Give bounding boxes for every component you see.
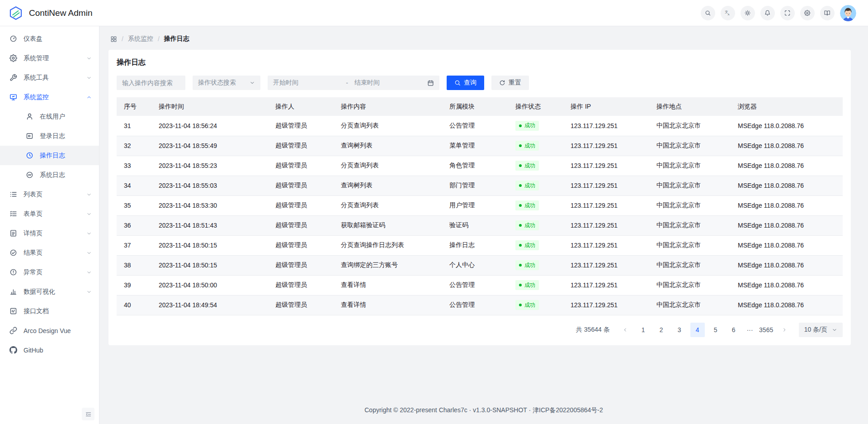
- page-button-2[interactable]: 2: [654, 323, 669, 337]
- app-window: ContiNew Admin 文A 仪表盘系统管理系统工具系统监控在线用户登录日…: [0, 0, 868, 424]
- page-button-6[interactable]: 6: [726, 323, 741, 337]
- next-page-button[interactable]: [777, 323, 792, 337]
- notifications-button[interactable]: [760, 6, 775, 20]
- chevron-down-icon: [86, 250, 92, 256]
- sidebar-item-system-monitor[interactable]: 系统监控: [0, 87, 99, 107]
- cell-operator: 超级管理员: [272, 176, 337, 195]
- monitor-icon: [9, 93, 17, 101]
- sidebar-item-system-management[interactable]: 系统管理: [0, 48, 99, 68]
- search-button[interactable]: [701, 6, 715, 20]
- docs-button[interactable]: [820, 6, 835, 20]
- page-button-1[interactable]: 1: [636, 323, 651, 337]
- sidebar: 仪表盘系统管理系统工具系统监控在线用户登录日志操作日志系统日志列表页表单页详情页…: [0, 26, 99, 424]
- cell-time: 2023-11-04 18:53:30: [155, 195, 272, 215]
- operation-status-select[interactable]: 操作状态搜索: [193, 76, 260, 90]
- page-button-5[interactable]: 5: [708, 323, 723, 337]
- cell-operator: 超级管理员: [272, 235, 337, 255]
- cell-no: 33: [117, 156, 155, 176]
- page-button-4[interactable]: 4: [690, 323, 705, 337]
- cell-status: 成功: [512, 275, 567, 295]
- sidebar-item-github[interactable]: GitHub: [0, 340, 99, 360]
- sidebar-item-form-pages[interactable]: 表单页: [0, 204, 99, 224]
- breadcrumb-item-system-monitor[interactable]: 系统监控: [128, 35, 153, 43]
- cell-time: 2023-11-04 18:55:49: [155, 136, 272, 156]
- previous-page-button[interactable]: [618, 323, 632, 337]
- cell-browser: MSEdge 118.0.2088.76: [734, 275, 843, 295]
- cell-status: 成功: [512, 255, 567, 275]
- book-icon: [824, 10, 830, 16]
- table-row: 312023-11-04 18:56:24超级管理员分页查询列表公告管理成功12…: [117, 116, 843, 136]
- sidebar-item-detail-pages[interactable]: 详情页: [0, 224, 99, 243]
- cell-browser: MSEdge 118.0.2088.76: [734, 255, 843, 275]
- sidebar-item-label: 接口文档: [24, 307, 92, 315]
- cell-operator: 超级管理员: [272, 116, 337, 136]
- sidebar-item-result-pages[interactable]: 结果页: [0, 243, 99, 262]
- sidebar-item-label: 异常页: [24, 268, 83, 276]
- cell-ip: 123.117.129.251: [567, 176, 653, 195]
- page-title: 操作日志: [117, 58, 843, 67]
- sidebar-item-arco-design-vue[interactable]: Arco Design Vue: [0, 321, 99, 340]
- cell-operator: 超级管理员: [272, 195, 337, 215]
- sidebar-item-api-docs[interactable]: 接口文档: [0, 301, 99, 321]
- sidebar-item-label: 系统监控: [24, 93, 83, 101]
- user-avatar[interactable]: [840, 5, 856, 21]
- status-dot-icon: [519, 264, 522, 267]
- page-size-select[interactable]: 10 条/页: [799, 323, 843, 337]
- sidebar-item-list-pages[interactable]: 列表页: [0, 185, 99, 204]
- sidebar-item-dashboard[interactable]: 仪表盘: [0, 29, 99, 48]
- sidebar-item-label: 系统日志: [40, 171, 92, 179]
- cell-location: 中国北京北京市: [653, 195, 734, 215]
- cell-content: 分页查询列表: [337, 156, 446, 176]
- cell-status: 成功: [512, 176, 567, 195]
- fullscreen-button[interactable]: [780, 6, 795, 20]
- cell-location: 中国北京北京市: [653, 156, 734, 176]
- brand: ContiNew Admin: [8, 5, 92, 21]
- cell-location: 中国北京北京市: [653, 295, 734, 315]
- theme-button[interactable]: [741, 6, 755, 20]
- cell-browser: MSEdge 118.0.2088.76: [734, 215, 843, 235]
- cell-time: 2023-11-04 18:50:15: [155, 235, 272, 255]
- sidebar-item-operation-log[interactable]: 操作日志: [0, 146, 99, 165]
- reset-button[interactable]: 重置: [491, 76, 529, 90]
- page-button-3[interactable]: 3: [672, 323, 687, 337]
- pagination: 共 35644 条 123456···3565 10 条/页: [117, 323, 843, 337]
- sun-icon: [745, 10, 750, 16]
- calendar-icon: [427, 80, 434, 86]
- status-badge: 成功: [515, 280, 539, 290]
- sidebar-item-data-visualization[interactable]: 数据可视化: [0, 282, 99, 301]
- translate-button[interactable]: 文A: [721, 6, 735, 20]
- search-button[interactable]: 查询: [447, 76, 484, 90]
- status-badge: 成功: [515, 200, 539, 210]
- header-actions: 文A: [701, 5, 856, 21]
- sidebar-item-system-log[interactable]: 系统日志: [0, 165, 99, 185]
- table-row: 322023-11-04 18:55:49超级管理员查询树列表菜单管理成功123…: [117, 136, 843, 156]
- cell-status: 成功: [512, 195, 567, 215]
- operation-content-search-input[interactable]: [117, 76, 185, 90]
- sidebar-item-exception-pages[interactable]: 异常页: [0, 262, 99, 282]
- sidebar-item-label: Arco Design Vue: [24, 327, 92, 334]
- cell-location: 中国北京北京市: [653, 136, 734, 156]
- cell-no: 35: [117, 195, 155, 215]
- cell-content: 查看详情: [337, 295, 446, 315]
- collapse-sidebar-button[interactable]: [82, 408, 94, 420]
- date-range-picker[interactable]: 开始时间 - 结束时间: [268, 76, 439, 90]
- status-dot-icon: [519, 304, 522, 306]
- sidebar-item-login-log[interactable]: 登录日志: [0, 126, 99, 146]
- table-row: 372023-11-04 18:50:15超级管理员分页查询操作日志列表操作日志…: [117, 235, 843, 255]
- search-button-label: 查询: [464, 79, 476, 87]
- search-icon: [705, 10, 711, 16]
- sidebar-item-label: 表单页: [24, 210, 83, 218]
- apps-icon[interactable]: [110, 36, 117, 43]
- sidebar-item-online-users[interactable]: 在线用户: [0, 107, 99, 126]
- sidebar-item-label: GitHub: [24, 347, 92, 354]
- status-badge: 成功: [515, 181, 539, 191]
- fullscreen-icon: [784, 10, 790, 16]
- settings-button[interactable]: [800, 6, 815, 20]
- page-button-3565[interactable]: 3565: [759, 323, 774, 337]
- page-ellipsis[interactable]: ···: [745, 326, 755, 333]
- cell-time: 2023-11-04 18:49:54: [155, 295, 272, 315]
- cell-no: 37: [117, 235, 155, 255]
- login-icon: [26, 132, 33, 140]
- cell-browser: MSEdge 118.0.2088.76: [734, 235, 843, 255]
- sidebar-item-system-tools[interactable]: 系统工具: [0, 68, 99, 87]
